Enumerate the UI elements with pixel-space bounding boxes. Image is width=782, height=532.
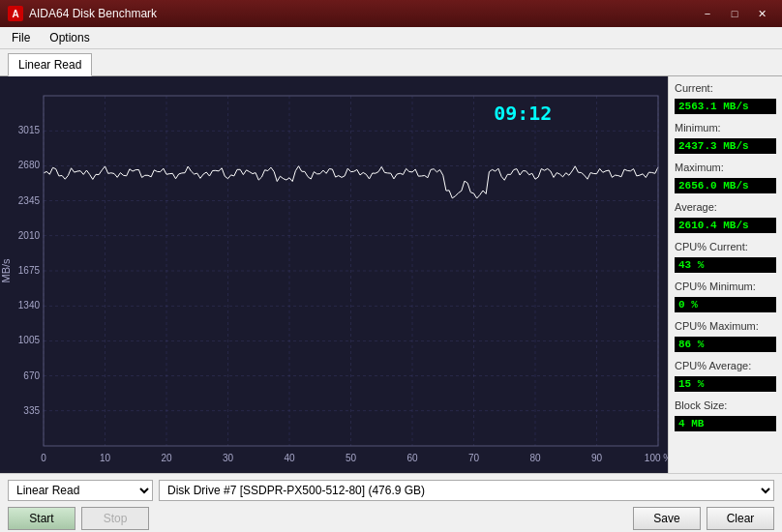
maximum-label: Maximum: [675, 162, 776, 173]
current-value: 2563.1 MB/s [675, 99, 776, 114]
menubar: File Options [0, 27, 782, 49]
benchmark-chart [0, 76, 668, 473]
tab-linear-read[interactable]: Linear Read [8, 53, 92, 76]
save-button[interactable]: Save [633, 507, 701, 530]
minimum-label: Minimum: [675, 122, 776, 133]
block-size-label: Block Size: [675, 399, 776, 411]
menu-options[interactable]: Options [42, 29, 97, 46]
tab-bar: Linear Read [0, 49, 782, 76]
cpu-average-label: CPU% Average: [675, 360, 776, 371]
app-icon: A [8, 6, 23, 21]
stop-button[interactable]: Stop [81, 507, 149, 530]
controls-row1: Linear Read Random Read Linear Write Ran… [8, 480, 774, 501]
block-size-value: 4 MB [675, 416, 776, 431]
current-label: Current: [675, 82, 776, 94]
average-label: Average: [675, 201, 776, 213]
mode-select[interactable]: Linear Read Random Read Linear Write Ran… [8, 480, 153, 501]
window-title: AIDA64 Disk Benchmark [29, 7, 695, 20]
bottom-controls: Linear Read Random Read Linear Write Ran… [0, 473, 782, 532]
maximum-value: 2656.0 MB/s [675, 178, 776, 193]
chart-area [0, 76, 668, 473]
cpu-average-value: 15 % [675, 376, 776, 392]
clear-button[interactable]: Clear [707, 507, 774, 530]
controls-row2: Start Stop Save Clear [8, 507, 774, 530]
minimum-value: 2437.3 MB/s [675, 138, 776, 154]
titlebar: A AIDA64 Disk Benchmark − □ ✕ [0, 0, 782, 27]
cpu-current-label: CPU% Current: [675, 241, 776, 252]
menu-file[interactable]: File [4, 29, 38, 46]
cpu-maximum-label: CPU% Maximum: [675, 320, 776, 332]
start-button[interactable]: Start [8, 507, 75, 530]
main-content: Current: 2563.1 MB/s Minimum: 2437.3 MB/… [0, 76, 782, 473]
minimize-button[interactable]: − [695, 4, 720, 23]
stats-panel: Current: 2563.1 MB/s Minimum: 2437.3 MB/… [668, 76, 782, 473]
cpu-minimum-label: CPU% Minimum: [675, 281, 776, 292]
average-value: 2610.4 MB/s [675, 218, 776, 233]
cpu-maximum-value: 86 % [675, 337, 776, 352]
cpu-minimum-value: 0 % [675, 297, 776, 312]
close-button[interactable]: ✕ [749, 4, 774, 23]
cpu-current-value: 43 % [675, 257, 776, 273]
maximize-button[interactable]: □ [722, 4, 747, 23]
drive-select[interactable]: Disk Drive #7 [SSDPR-PX500-512-80] (476.… [159, 480, 774, 501]
window-controls: − □ ✕ [695, 4, 774, 23]
